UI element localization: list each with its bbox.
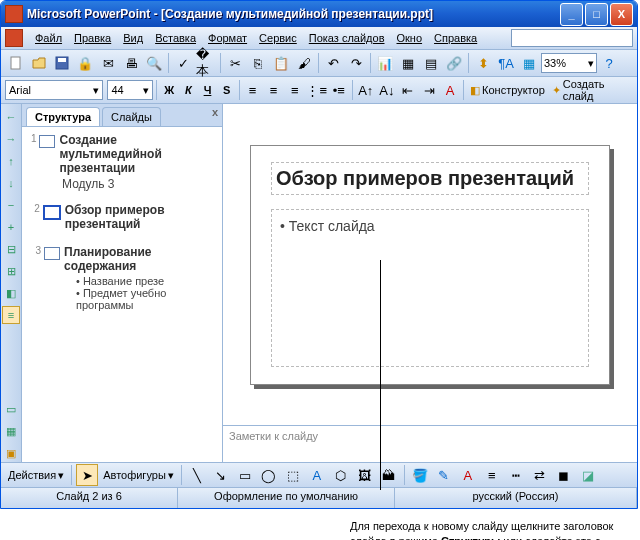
line-icon[interactable]: ╲ — [186, 464, 208, 486]
bullets-icon[interactable]: •≡ — [329, 79, 349, 101]
promote-icon[interactable]: ← — [2, 108, 20, 126]
font-name-combo[interactable]: Arial▾ — [5, 80, 103, 100]
decrease-indent-icon[interactable]: ⇤ — [398, 79, 418, 101]
new-slide-button[interactable]: ✦Создать слайд — [549, 80, 633, 100]
hyperlink-icon[interactable]: 🔗 — [443, 52, 465, 74]
preview-icon[interactable]: 🔍 — [143, 52, 165, 74]
cut-icon[interactable]: ✂ — [224, 52, 246, 74]
tab-outline[interactable]: Структура — [26, 107, 100, 126]
slide-design-button[interactable]: ◧Конструктор — [467, 80, 548, 100]
slide-area[interactable]: Обзор примеров презентаций • Текст слайд… — [223, 104, 637, 425]
slideshow-from-current-icon[interactable]: ▣ — [2, 444, 20, 462]
align-right-icon[interactable]: ≡ — [285, 79, 305, 101]
slide-thumb-icon[interactable] — [43, 205, 61, 220]
zoom-combo[interactable]: 33%▾ — [541, 53, 597, 73]
spell-icon[interactable]: ✓ — [172, 52, 194, 74]
bullet-text[interactable]: • Название презе — [26, 275, 218, 287]
shadow-style-icon[interactable]: ◼ — [553, 464, 575, 486]
slide-canvas[interactable]: Обзор примеров презентаций • Текст слайд… — [250, 145, 610, 385]
increase-font-icon[interactable]: A↑ — [356, 79, 376, 101]
expand-all-icon[interactable]: ⊞ — [2, 262, 20, 280]
arrow-icon[interactable]: ↘ — [210, 464, 232, 486]
menu-view[interactable]: Вид — [117, 30, 149, 46]
italic-button[interactable]: К — [179, 80, 197, 100]
textbox-icon[interactable]: ⬚ — [282, 464, 304, 486]
line-style-icon[interactable]: ≡ — [481, 464, 503, 486]
print-icon[interactable]: 🖶 — [120, 52, 142, 74]
notes-pane[interactable]: Заметки к слайду — [223, 425, 637, 462]
minimize-button[interactable]: _ — [560, 3, 583, 26]
menu-format[interactable]: Формат — [202, 30, 253, 46]
save-icon[interactable] — [51, 52, 73, 74]
demote-icon[interactable]: → — [2, 130, 20, 148]
normal-view-icon[interactable]: ▭ — [2, 400, 20, 418]
autoshapes-menu[interactable]: Автофигуры ▾ — [100, 465, 177, 485]
outline-pane[interactable]: 1 Создание мультимедийной презентации Мо… — [22, 127, 222, 462]
line-color-icon[interactable]: ✎ — [433, 464, 455, 486]
diagram-icon[interactable]: ⬡ — [330, 464, 352, 486]
slide-body-placeholder[interactable]: • Текст слайда — [271, 209, 589, 367]
collapse-all-icon[interactable]: ⊟ — [2, 240, 20, 258]
menu-tools[interactable]: Сервис — [253, 30, 303, 46]
copy-icon[interactable]: ⎘ — [247, 52, 269, 74]
help-search-input[interactable] — [511, 29, 633, 47]
picture-icon[interactable]: 🏔 — [378, 464, 400, 486]
tab-slides[interactable]: Слайды — [102, 107, 161, 126]
font-color-icon[interactable]: A — [457, 464, 479, 486]
select-objects-icon[interactable]: ➤ — [76, 464, 98, 486]
slide-title[interactable]: Обзор примеров презентаций — [65, 203, 218, 231]
redo-icon[interactable]: ↷ — [345, 52, 367, 74]
summary-slide-icon[interactable]: ◧ — [2, 284, 20, 302]
undo-icon[interactable]: ↶ — [322, 52, 344, 74]
menu-file[interactable]: Файл — [29, 30, 68, 46]
close-pane-icon[interactable]: x — [212, 106, 218, 118]
3d-style-icon[interactable]: ◪ — [577, 464, 599, 486]
move-up-icon[interactable]: ↑ — [2, 152, 20, 170]
shadow-button[interactable]: S — [218, 80, 236, 100]
show-formatting-icon[interactable]: ≡ — [2, 306, 20, 324]
oval-icon[interactable]: ◯ — [258, 464, 280, 486]
email-icon[interactable]: ✉ — [97, 52, 119, 74]
slide-thumb-icon[interactable] — [44, 247, 60, 260]
menu-window[interactable]: Окно — [391, 30, 429, 46]
menu-slideshow[interactable]: Показ слайдов — [303, 30, 391, 46]
collapse-icon[interactable]: − — [2, 196, 20, 214]
permission-icon[interactable]: 🔒 — [74, 52, 96, 74]
help-icon[interactable]: ? — [598, 52, 620, 74]
slide-subtitle[interactable]: Модуль 3 — [26, 177, 218, 191]
sorter-view-icon[interactable]: ▦ — [2, 422, 20, 440]
align-left-icon[interactable]: ≡ — [243, 79, 263, 101]
slide-title[interactable]: Создание мультимедийной презентации — [59, 133, 218, 175]
rectangle-icon[interactable]: ▭ — [234, 464, 256, 486]
fill-color-icon[interactable]: 🪣 — [409, 464, 431, 486]
close-button[interactable]: X — [610, 3, 633, 26]
maximize-button[interactable]: □ — [585, 3, 608, 26]
font-color-icon[interactable]: A — [440, 79, 460, 101]
actions-menu[interactable]: Действия ▾ — [5, 465, 67, 485]
slide-thumb-icon[interactable] — [39, 135, 55, 148]
chart-icon[interactable]: 📊 — [374, 52, 396, 74]
menu-help[interactable]: Справка — [428, 30, 483, 46]
tables-borders-icon[interactable]: ▤ — [420, 52, 442, 74]
expand-icon[interactable]: ⬍ — [472, 52, 494, 74]
menu-insert[interactable]: Вставка — [149, 30, 202, 46]
paste-icon[interactable]: 📋 — [270, 52, 292, 74]
format-painter-icon[interactable]: 🖌 — [293, 52, 315, 74]
grid-icon[interactable]: ▦ — [518, 52, 540, 74]
wordart-icon[interactable]: A — [306, 464, 328, 486]
table-icon[interactable]: ▦ — [397, 52, 419, 74]
research-icon[interactable]: �本 — [195, 52, 217, 74]
arrow-style-icon[interactable]: ⇄ — [529, 464, 551, 486]
menu-edit[interactable]: Правка — [68, 30, 117, 46]
slide-title-placeholder[interactable]: Обзор примеров презентаций — [271, 162, 589, 195]
increase-indent-icon[interactable]: ⇥ — [419, 79, 439, 101]
align-center-icon[interactable]: ≡ — [264, 79, 284, 101]
slide-title[interactable]: Планирование содержания — [64, 245, 218, 273]
font-size-combo[interactable]: 44▾ — [107, 80, 153, 100]
bullet-text[interactable]: • Предмет учебно программы — [26, 287, 218, 311]
dash-style-icon[interactable]: ┅ — [505, 464, 527, 486]
underline-button[interactable]: Ч — [198, 80, 216, 100]
bold-button[interactable]: Ж — [160, 80, 178, 100]
new-icon[interactable] — [5, 52, 27, 74]
clipart-icon[interactable]: 🖼 — [354, 464, 376, 486]
